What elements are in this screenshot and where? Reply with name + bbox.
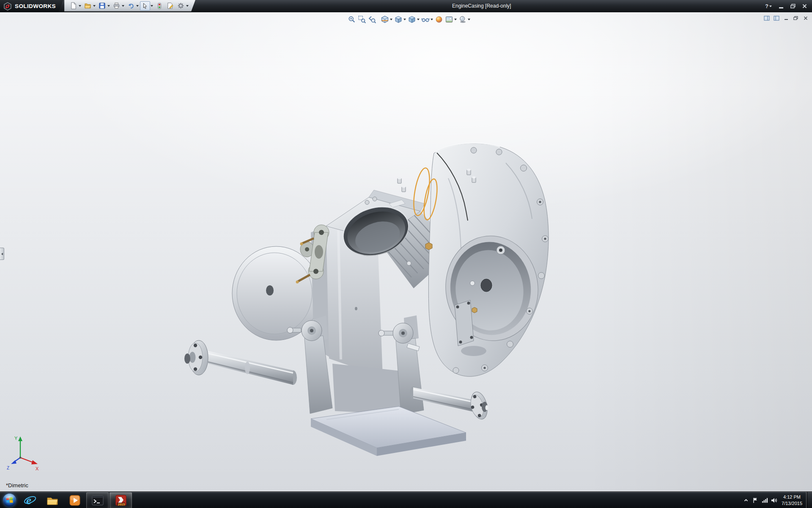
minimize-icon [785,19,788,20]
zoom-to-area-icon [358,15,366,24]
rebuild-button[interactable] [154,1,165,11]
save-button[interactable] [97,1,107,11]
view-orientation-button[interactable] [393,14,403,25]
new-document-icon [70,2,77,9]
chevron-up-icon [743,498,749,503]
solidworks-logo-icon [3,2,12,11]
start-button[interactable] [0,492,19,508]
dropdown-caret[interactable] [403,19,406,20]
engine-casing-model[interactable] [0,12,812,491]
dropdown-caret[interactable] [417,19,420,20]
dropdown-caret[interactable] [93,5,96,7]
undo-button[interactable] [126,1,136,11]
axle-shaft-left[interactable] [184,340,297,385]
open-icon [84,2,91,9]
apply-scene-button[interactable] [444,14,454,25]
action-center-button[interactable] [751,492,760,508]
dropdown-caret[interactable] [122,5,124,7]
quick-access-toolbar [64,0,195,11]
ie-glyph: e [26,494,31,507]
pane-icon [764,16,770,21]
solidworks-logo: SOLIDWORKS [0,0,63,12]
maximize-button[interactable] [787,3,798,10]
help-label: ? [765,3,768,9]
file-properties-icon [167,2,174,9]
dropdown-caret[interactable] [151,5,153,7]
pane-icon [774,16,779,21]
doc-restore-button[interactable] [792,15,800,22]
featuremanager-flyout-tab[interactable] [0,248,4,260]
graphics-area[interactable]: Y X Z *Dimetric [0,12,812,491]
rebuild-icon [156,3,163,9]
taskbar-item-media-player[interactable] [64,493,85,508]
select-button[interactable] [140,1,150,11]
internet-explorer-icon: e [24,494,36,507]
system-tray: 4:12 PM 7/13/2015 [741,492,812,508]
display-pane-right-button[interactable] [772,15,780,22]
dropdown-caret[interactable] [454,19,457,20]
print-button[interactable] [111,1,121,11]
edit-appearance-button[interactable] [434,14,444,25]
minimize-icon [779,7,783,8]
restore-icon [793,16,798,20]
flag-icon [752,497,758,503]
triad-x-label: X [36,466,39,471]
doc-close-button[interactable] [801,15,809,22]
help-button[interactable]: ? [763,3,774,9]
dropdown-caret[interactable] [136,5,139,7]
volume-button[interactable] [769,492,779,508]
new-document-button[interactable] [68,1,78,11]
doc-minimize-button[interactable] [782,15,790,22]
brass-bolt [425,243,432,250]
hide-show-items-button[interactable] [420,14,431,25]
dropdown-caret[interactable] [769,6,772,7]
apply-scene-icon [445,15,453,24]
solidworks-version-badge: 2015 [118,502,125,506]
show-desktop-button[interactable] [806,492,812,508]
previous-view-icon [368,15,376,24]
close-icon [802,4,807,8]
close-button[interactable] [799,3,810,10]
zoom-to-fit-button[interactable] [347,14,357,25]
dropdown-caret[interactable] [107,5,110,7]
dropdown-caret[interactable] [431,19,433,20]
dropdown-caret[interactable] [79,5,81,7]
restore-icon [790,4,796,8]
taskbar-item-solidworks-2015[interactable]: 2015 [110,492,132,508]
titlebar: SOLIDWORKS [0,0,812,12]
display-pane-left-button[interactable] [763,15,771,22]
section-view-button[interactable] [380,14,390,25]
zoom-to-area-button[interactable] [357,14,367,25]
file-properties-button[interactable] [165,1,175,11]
taskbar-clock[interactable]: 4:12 PM 7/13/2015 [779,494,806,506]
hidden-icons-button[interactable] [741,492,751,508]
window-title: EngineCasing [Read-only] [452,0,511,12]
options-gear-icon [177,2,184,9]
solidworks-app-icon: 2015 [115,494,127,506]
taskbar-item-windows-explorer[interactable] [41,493,63,508]
collapse-arrow-icon [1,253,3,255]
minimize-button[interactable] [776,3,786,10]
triad-y-label: Y [14,436,18,441]
open-button[interactable] [82,1,93,11]
dropdown-caret[interactable] [390,19,392,20]
view-settings-button[interactable] [458,14,468,25]
zoom-to-fit-icon [348,15,356,24]
display-style-icon [408,15,416,24]
network-status-button[interactable] [760,492,769,508]
headsup-view-toolbar [347,14,471,25]
orientation-triad[interactable]: Y X Z [6,433,46,475]
clock-time: 4:12 PM [782,494,802,500]
clock-date: 7/13/2015 [782,500,802,506]
hide-show-glasses-icon [421,15,430,24]
taskbar-item-internet-explorer[interactable]: e [19,493,41,508]
speaker-icon [771,497,777,503]
taskbar: e 2015 [0,491,812,508]
dropdown-caret[interactable] [186,5,189,7]
dropdown-caret[interactable] [468,19,470,20]
view-orientation-cube-icon [394,15,403,24]
options-button[interactable] [176,1,186,11]
display-style-button[interactable] [407,14,417,25]
taskbar-item-command-prompt[interactable] [86,492,109,508]
previous-view-button[interactable] [367,14,377,25]
